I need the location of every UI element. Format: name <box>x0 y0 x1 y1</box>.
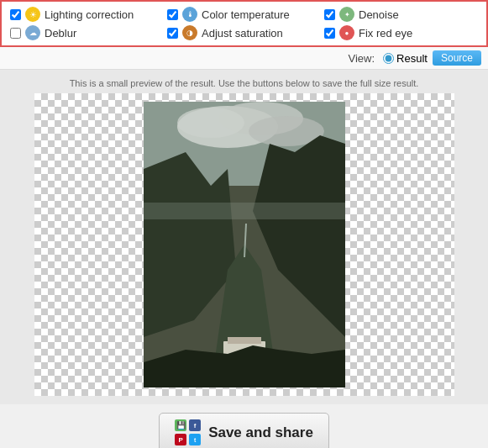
denoise-label: Denoise <box>359 8 399 21</box>
denoise-checkbox[interactable] <box>324 9 335 20</box>
save-share-button[interactable]: 💾 f P t Save and share <box>159 413 329 448</box>
pinterest-icon: P <box>175 434 186 445</box>
toolbar-item-deblur: ☁ Deblur <box>10 25 164 40</box>
preview-hint: This is a small preview of the result. U… <box>70 78 419 88</box>
svg-point-4 <box>177 108 244 138</box>
preview-canvas <box>34 93 454 396</box>
sun-icon: ☀ <box>25 7 40 22</box>
lighting-label: Lighting correction <box>45 8 134 21</box>
redeye-checkbox[interactable] <box>324 28 335 39</box>
save-area: 💾 f P t Save and share <box>0 404 488 448</box>
save-label: Save and share <box>208 424 313 441</box>
toolbar: ☀ Lighting correction 🌡 Color temperatur… <box>0 0 488 47</box>
preview-image <box>144 102 345 387</box>
source-button[interactable]: Source <box>433 50 481 66</box>
toolbar-item-redeye: ● Fix red eye <box>324 25 478 40</box>
toolbar-item-denoise: ✦ Denoise <box>324 7 478 22</box>
toolbar-item-saturation: ◑ Adjust saturation <box>167 25 321 40</box>
color-temp-label: Color temperature <box>202 8 290 21</box>
result-radio-text: Result <box>396 52 428 65</box>
preview-area: This is a small preview of the result. U… <box>0 70 488 404</box>
twitter-icon: t <box>189 434 201 445</box>
result-radio-label[interactable]: Result <box>383 52 428 65</box>
saturation-checkbox[interactable] <box>167 28 178 39</box>
view-label: View: <box>349 52 375 65</box>
facebook-icon: f <box>189 419 201 431</box>
deblur-label: Deblur <box>45 27 76 40</box>
redeye-icon: ● <box>339 25 354 40</box>
saturation-icon: ◑ <box>182 25 197 40</box>
color-temp-checkbox[interactable] <box>167 9 178 20</box>
social-icons: 💾 f P t <box>175 419 202 446</box>
svg-rect-13 <box>144 203 345 219</box>
lighting-checkbox[interactable] <box>10 9 21 20</box>
saturation-label: Adjust saturation <box>202 27 283 40</box>
redeye-label: Fix red eye <box>359 27 412 40</box>
svg-rect-11 <box>228 337 261 344</box>
deblur-checkbox[interactable] <box>10 28 21 39</box>
cloud-icon: ☁ <box>25 25 40 40</box>
thermometer-icon: 🌡 <box>182 7 197 22</box>
mountain-svg <box>144 102 345 387</box>
toolbar-item-color-temp: 🌡 Color temperature <box>167 7 321 22</box>
denoise-icon: ✦ <box>339 7 354 22</box>
toolbar-item-lighting: ☀ Lighting correction <box>10 7 164 22</box>
result-radio[interactable] <box>383 53 394 64</box>
save-icon: 💾 <box>175 419 186 431</box>
view-row: View: Result Source <box>0 47 488 70</box>
